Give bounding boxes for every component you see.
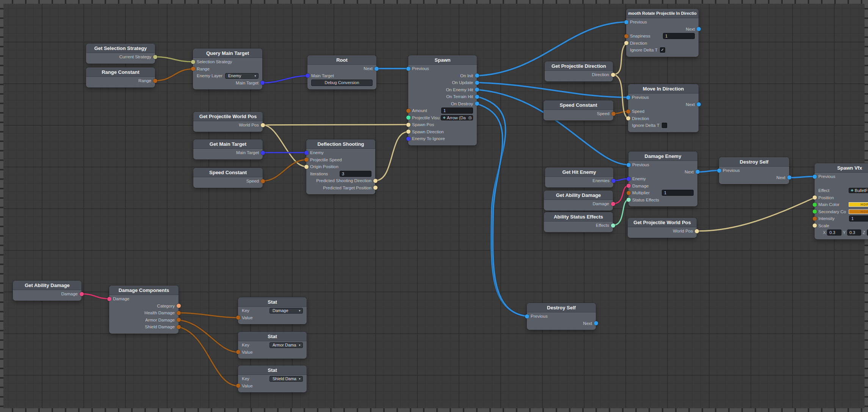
- wire-damage-enemy-next[interactable]: [697, 170, 719, 172]
- previous-in-port[interactable]: [624, 20, 628, 24]
- wire-range[interactable]: [155, 69, 193, 81]
- amount-in-port[interactable]: [406, 109, 410, 113]
- wire-world-pos-right[interactable]: [697, 198, 815, 231]
- shield-damage-out-port[interactable]: [177, 325, 181, 329]
- spawn[interactable]: SpawnPreviousOn InitOn UpdateOn Enemy Hi…: [408, 55, 477, 145]
- enemies-out-port[interactable]: [611, 179, 616, 183]
- projectile-speed-in-port[interactable]: [304, 158, 309, 162]
- health-damage-out-port[interactable]: [177, 311, 181, 315]
- damage-in-port[interactable]: [107, 297, 111, 301]
- damage-in-port[interactable]: [627, 184, 631, 188]
- get-ability-damage-1-header[interactable]: Get Ability Damage: [544, 190, 613, 200]
- deflection-shooting[interactable]: Deflection ShootingEnemyProjectile Speed…: [306, 139, 375, 194]
- previous-in-port[interactable]: [627, 163, 631, 167]
- get-hit-enemy[interactable]: Get Hit EnemyEnemies: [545, 167, 613, 187]
- main-color-in-port[interactable]: [813, 203, 817, 207]
- get-ability-damage-1[interactable]: Get Ability DamageDamage: [544, 190, 613, 211]
- iterations-field[interactable]: 3: [340, 171, 371, 177]
- get-main-target-header[interactable]: Get Main Target: [193, 139, 263, 149]
- on-init-out-port[interactable]: [475, 73, 479, 78]
- stat-shield-header[interactable]: Stat: [238, 365, 307, 375]
- speed-out-port[interactable]: [261, 179, 265, 183]
- ignore-delta-t-checkbox[interactable]: ✓: [660, 47, 665, 53]
- enemy-in-port[interactable]: [304, 151, 309, 155]
- get-projectile-world-pos-2[interactable]: Get Projectile World PosWorld Pos: [628, 218, 697, 238]
- main-target-in-port[interactable]: [306, 73, 310, 78]
- main-target-out-port[interactable]: [260, 81, 265, 85]
- damage-out-port[interactable]: [80, 292, 84, 296]
- ability-status-effects[interactable]: Ability Status EffectsEffects: [544, 212, 613, 232]
- amount-field[interactable]: 1: [441, 108, 473, 114]
- snapiness-in-port[interactable]: [624, 34, 628, 38]
- range-out-port[interactable]: [153, 79, 157, 83]
- next-out-port[interactable]: [787, 175, 791, 179]
- get-projectile-world-pos-1[interactable]: Get Projectile World PosWorld Pos: [193, 112, 263, 132]
- query-main-target[interactable]: Query Main TargetSelection StrategyRange…: [193, 48, 262, 89]
- get-hit-enemy-header[interactable]: Get Hit Enemy: [545, 167, 613, 177]
- destroy-self-2[interactable]: Destroy SelfPreviousNext: [527, 303, 596, 330]
- wire-current-strategy[interactable]: [155, 57, 193, 62]
- get-main-target[interactable]: Get Main TargetMain Target: [193, 139, 263, 159]
- previous-in-port[interactable]: [626, 95, 630, 100]
- deflection-shooting-header[interactable]: Deflection Shooting: [306, 139, 375, 149]
- next-out-port[interactable]: [697, 27, 701, 31]
- previous-in-port[interactable]: [525, 314, 529, 318]
- on-terrain-hit-out-port[interactable]: [475, 95, 479, 99]
- effect-object-field[interactable]: ❖BulletF◎: [849, 188, 868, 193]
- secondary-co-hdr-swatch[interactable]: HDR: [849, 209, 868, 214]
- previous-in-port[interactable]: [717, 169, 721, 173]
- predicted-shooting-direction-out-port[interactable]: [373, 179, 378, 183]
- origin-position-in-port[interactable]: [304, 165, 309, 169]
- wire-pred-shooting-dir[interactable]: [375, 132, 408, 181]
- query-main-target-header[interactable]: Query Main Target: [193, 48, 262, 58]
- x-field[interactable]: 0.3: [827, 229, 841, 236]
- enemy-in-port[interactable]: [627, 177, 631, 181]
- ignore-delta-t-checkbox[interactable]: [662, 123, 667, 128]
- speed-out-port[interactable]: [611, 112, 616, 116]
- debug-conversion-button[interactable]: Debug Conversion: [311, 80, 373, 86]
- position-in-port[interactable]: [813, 195, 817, 200]
- damage-enemy[interactable]: Damage EnemyPreviousNextEnemyDamageMulti…: [628, 151, 697, 206]
- move-in-direction-header[interactable]: Move In Direction: [628, 84, 699, 94]
- enemy-layer-dropdown[interactable]: Enemy▼: [225, 73, 259, 79]
- destroy-self-1[interactable]: Destroy SelfPreviousNext: [719, 157, 789, 184]
- root[interactable]: RootNextMain TargetDebug Conversion: [307, 55, 376, 89]
- projectile-visu-in-port[interactable]: [406, 115, 410, 120]
- smooth-rotate-projectile-in-direction[interactable]: mooth Rotate Projectile In DirectioPrevi…: [626, 9, 699, 57]
- on-update-out-port[interactable]: [475, 81, 479, 85]
- get-ability-damage-2[interactable]: Get Ability DamageDamage: [13, 281, 81, 301]
- range-constant[interactable]: Range ConstantRange: [86, 67, 155, 87]
- damage-enemy-header[interactable]: Damage Enemy: [628, 151, 697, 161]
- selection-strategy-in-port[interactable]: [191, 60, 195, 64]
- move-in-direction[interactable]: Move In DirectionPreviousNextSpeedDirect…: [628, 84, 699, 132]
- get-selection-strategy[interactable]: Get Selection StrategyCurrent Strategy: [86, 44, 155, 64]
- key-dropdown[interactable]: Damage▼: [269, 308, 303, 314]
- previous-in-port[interactable]: [406, 67, 410, 71]
- get-projectile-world-pos-2-header[interactable]: Get Projectile World Pos: [628, 218, 697, 227]
- direction-in-port[interactable]: [624, 41, 628, 45]
- stat-damage[interactable]: StatKeyDamage▼Value: [238, 297, 307, 324]
- next-out-port[interactable]: [696, 170, 700, 174]
- category-out-port[interactable]: [177, 304, 181, 308]
- next-out-port[interactable]: [697, 102, 701, 106]
- on-enemy-hit-out-port[interactable]: [475, 87, 479, 92]
- destroy-self-2-header[interactable]: Destroy Self: [527, 303, 596, 312]
- enemy-to-ignore-in-port[interactable]: [406, 137, 410, 141]
- range-in-port[interactable]: [191, 67, 195, 71]
- on-destroy-out-port[interactable]: [475, 101, 479, 106]
- object-picker-icon[interactable]: ◎: [468, 115, 472, 120]
- key-dropdown[interactable]: Shield Dama▼: [269, 376, 303, 382]
- spawn-vfx[interactable]: Spawn VfxPreviousEffect❖BulletF◎Position…: [815, 163, 868, 239]
- key-dropdown[interactable]: Armor Dama▼: [269, 342, 303, 348]
- multiplier-in-port[interactable]: [627, 191, 631, 195]
- speed-constant-1-header[interactable]: Speed Constant: [193, 168, 263, 177]
- stat-shield[interactable]: StatKeyShield Dama▼Value: [238, 365, 307, 392]
- spawn-header[interactable]: Spawn: [408, 55, 477, 65]
- spawn-pos-in-port[interactable]: [406, 123, 410, 127]
- current-strategy-out-port[interactable]: [153, 55, 157, 59]
- scale-in-port[interactable]: [813, 223, 817, 228]
- wire-world-pos-spawn[interactable]: [263, 125, 408, 125]
- wire-speed-left[interactable]: [263, 160, 306, 181]
- smooth-rotate-projectile-in-direction-header[interactable]: mooth Rotate Projectile In Directio: [626, 9, 699, 18]
- multiplier-field[interactable]: 1: [662, 190, 694, 196]
